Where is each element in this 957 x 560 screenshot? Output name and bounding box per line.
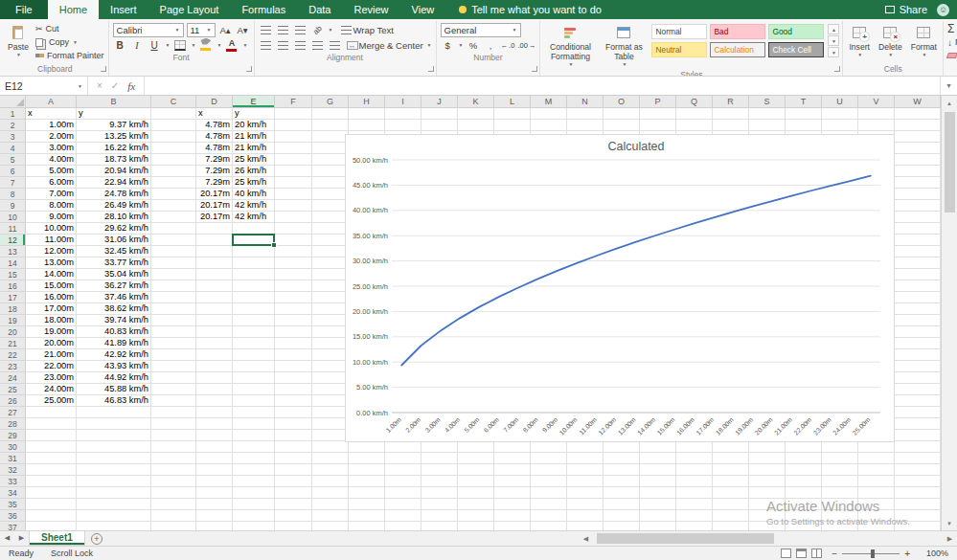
cell-K2[interactable] [458,120,494,131]
cell-P33[interactable] [640,476,676,487]
cell-A9[interactable]: 8.00m [26,200,77,212]
horizontal-scrollbar[interactable]: ◀ ▶ [579,531,957,546]
cell-F7[interactable] [275,177,312,189]
cell-F12[interactable] [275,235,312,246]
cell-A24[interactable]: 23.00m [26,372,77,384]
cell-A14[interactable]: 13.00m [26,258,77,269]
cell-W11[interactable] [895,223,941,235]
cell-A16[interactable]: 15.00m [26,280,77,292]
cell-C15[interactable] [151,269,196,280]
cell-L30[interactable] [494,441,531,453]
cell-R37[interactable] [713,522,749,530]
format-cells-button[interactable]: Format ▼ [908,22,940,59]
cell-A35[interactable] [26,499,77,510]
row-header-18[interactable]: 18 [0,303,26,315]
cell-T2[interactable] [786,120,822,131]
cell-I2[interactable] [385,120,422,131]
row-header-4[interactable]: 4 [0,143,26,154]
cell-E23[interactable] [233,361,275,372]
cell-G29[interactable] [312,430,349,441]
cell-S33[interactable] [749,476,786,487]
cell-F9[interactable] [275,200,312,212]
column-header-B[interactable]: B [77,96,151,107]
cell-J34[interactable] [422,487,458,499]
cell-F1[interactable] [275,108,312,120]
cell-C24[interactable] [151,372,196,384]
borders-button[interactable] [172,38,187,52]
cell-K37[interactable] [458,522,494,530]
cell-R32[interactable] [713,464,749,476]
cell-W32[interactable] [895,464,941,476]
cell-B9[interactable]: 26.49 km/h [77,200,151,212]
cell-I33[interactable] [385,476,422,487]
cell-F14[interactable] [275,258,312,269]
row-header-27[interactable]: 27 [0,407,26,418]
cell-R33[interactable] [713,476,749,487]
cell-B36[interactable] [77,510,151,522]
column-header-C[interactable]: C [151,96,196,107]
cell-H36[interactable] [349,510,385,522]
cell-A5[interactable]: 4.00m [26,154,77,166]
cell-F4[interactable] [275,143,312,154]
cell-A34[interactable] [26,487,77,499]
cell-C21[interactable] [151,338,196,349]
cell-G19[interactable] [312,315,349,326]
column-header-S[interactable]: S [749,96,786,107]
cell-U33[interactable] [822,476,858,487]
cell-Q31[interactable] [676,453,713,464]
cell-F18[interactable] [275,303,312,315]
cell-N1[interactable] [567,108,604,120]
cell-N37[interactable] [567,522,604,530]
cell-W18[interactable] [895,303,941,315]
cell-G27[interactable] [312,407,349,418]
cell-B7[interactable]: 22.94 km/h [77,177,151,189]
cell-F2[interactable] [275,120,312,131]
paste-button[interactable]: Paste ▼ [5,22,32,59]
row-header-20[interactable]: 20 [0,326,26,338]
cell-A8[interactable]: 7.00m [26,189,77,200]
cell-L36[interactable] [494,510,531,522]
zoom-out-icon[interactable]: − [832,549,837,559]
cell-C16[interactable] [151,280,196,292]
cell-H34[interactable] [349,487,385,499]
align-bottom-button[interactable] [293,23,308,36]
zoom-slider[interactable] [842,553,900,554]
align-right-button[interactable] [293,38,308,52]
cell-C35[interactable] [151,499,196,510]
cell-E6[interactable]: 26 km/h [233,166,275,177]
cell-B31[interactable] [77,453,151,464]
cut-button[interactable]: ✂Cut [34,22,105,35]
cell-W17[interactable] [895,292,941,303]
cell-S1[interactable] [749,108,786,120]
cell-S30[interactable] [749,441,786,453]
cell-O30[interactable] [604,441,640,453]
tab-view[interactable]: View [400,0,446,19]
cell-M35[interactable] [531,499,567,510]
cell-A21[interactable]: 20.00m [26,338,77,349]
cell-E4[interactable]: 21 km/h [233,143,275,154]
formula-bar-expand-icon[interactable]: ▼ [940,77,957,95]
cell-B19[interactable]: 39.74 km/h [77,315,151,326]
cell-C34[interactable] [151,487,196,499]
column-header-J[interactable]: J [422,96,458,107]
cell-N35[interactable] [567,499,604,510]
cell-K31[interactable] [458,453,494,464]
cell-B24[interactable]: 44.92 km/h [77,372,151,384]
cell-K36[interactable] [458,510,494,522]
cell-L1[interactable] [494,108,531,120]
cell-Q35[interactable] [676,499,713,510]
cell-D37[interactable] [196,522,233,530]
column-header-L[interactable]: L [494,96,531,107]
row-header-10[interactable]: 10 [0,212,26,223]
cell-P1[interactable] [640,108,676,120]
sheet-tab-sheet1[interactable]: Sheet1 [29,531,85,546]
cell-F26[interactable] [275,395,312,407]
cell-E2[interactable]: 20 km/h [233,120,275,131]
vertical-scroll-thumb[interactable] [945,112,955,213]
cell-A36[interactable] [26,510,77,522]
decrease-decimal-button[interactable]: .00→ [517,38,535,52]
cell-G9[interactable] [312,200,349,212]
cell-B26[interactable]: 46.83 km/h [77,395,151,407]
cell-D22[interactable] [196,349,233,361]
column-header-O[interactable]: O [604,96,640,107]
